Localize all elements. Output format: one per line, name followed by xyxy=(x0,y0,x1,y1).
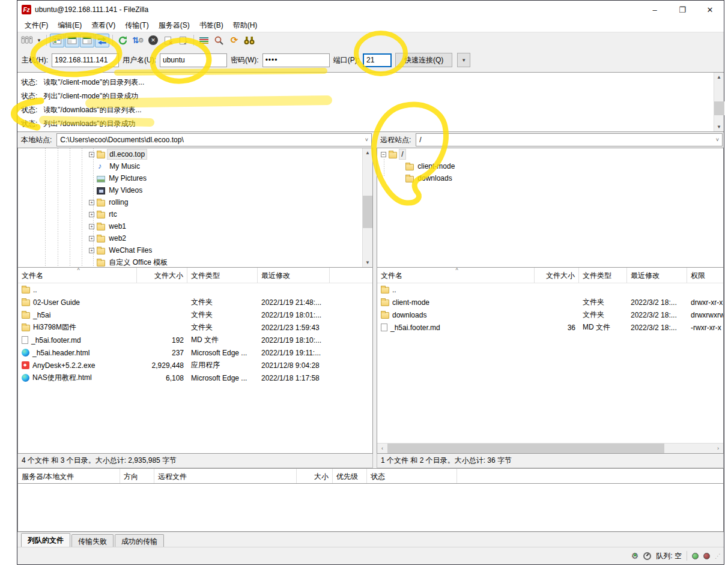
directory-comparison-icon[interactable] xyxy=(212,34,226,47)
remote-tree-item[interactable]: client-mode xyxy=(377,160,723,172)
auto-transfer-gear-icon[interactable]: ⚙ xyxy=(631,551,639,561)
local-tree-item[interactable]: My Videos xyxy=(18,184,372,196)
toggle-message-log-icon[interactable] xyxy=(50,34,64,47)
scroll-right-icon[interactable]: › xyxy=(713,445,723,451)
column-header-filesize[interactable]: 文件大小 xyxy=(137,268,187,283)
port-input[interactable]: 21 xyxy=(363,53,392,67)
local-tree-item[interactable]: + web2 xyxy=(18,232,372,244)
file-size: 237 xyxy=(137,349,187,357)
maximize-button[interactable]: ❐ xyxy=(669,1,696,19)
column-header-filename[interactable]: ^文件名 xyxy=(377,268,535,283)
toggle-local-tree-icon[interactable] xyxy=(65,34,79,47)
queue-col-direction[interactable]: 方向 xyxy=(120,469,154,483)
file-row[interactable]: downloads 文件夹 2022/3/2 18:... drwxrwxrwx xyxy=(377,309,723,321)
local-tree-item[interactable]: My Pictures xyxy=(18,172,372,184)
file-row[interactable]: NAS使用教程.html 6,108 Microsoft Edge ... 20… xyxy=(18,372,372,384)
tree-expander-icon[interactable]: + xyxy=(89,236,94,241)
menu-item[interactable]: 传输(T) xyxy=(120,19,153,32)
refresh-icon[interactable] xyxy=(116,34,130,47)
column-header-filetype[interactable]: 文件类型 xyxy=(187,268,258,283)
speed-limit-dial-icon[interactable] xyxy=(643,552,651,560)
find-files-icon[interactable] xyxy=(242,34,256,47)
queue-tab[interactable]: 列队的文件 xyxy=(21,533,70,547)
file-row[interactable]: _h5ai.footer.md 36 MD 文件 2022/3/2 18:...… xyxy=(377,321,723,334)
menu-item[interactable]: 编辑(E) xyxy=(53,19,86,32)
queue-tab[interactable]: 成功的传输 xyxy=(115,534,164,547)
toggle-transfer-queue-icon[interactable] xyxy=(95,34,109,47)
filter-icon[interactable] xyxy=(197,34,211,47)
tree-expander-icon[interactable]: + xyxy=(89,152,94,157)
file-row[interactable]: _h5ai 文件夹 2022/1/19 18:01:... xyxy=(18,309,372,321)
menu-item[interactable]: 书签(B) xyxy=(195,19,228,32)
queue-col-remote-file[interactable]: 远程文件 xyxy=(154,469,297,483)
menu-item[interactable]: 查看(V) xyxy=(86,19,120,32)
site-manager-icon[interactable] xyxy=(20,34,34,47)
scroll-down-icon[interactable]: ▼ xyxy=(363,258,373,267)
remote-tree-item[interactable]: downloads xyxy=(377,172,723,184)
scroll-left-icon[interactable]: ‹ xyxy=(377,445,387,451)
resize-grip[interactable]: ⋰ xyxy=(715,553,720,559)
local-tree-item[interactable]: 自定义 Office 模板 xyxy=(18,256,372,268)
toggle-remote-tree-icon[interactable] xyxy=(80,34,94,47)
column-header-permissions[interactable]: 权限 xyxy=(687,268,723,283)
column-header-modified[interactable]: 最近修改 xyxy=(258,268,330,283)
log-message: 列出"/client-mode"的目录成功 xyxy=(43,91,138,101)
cancel-icon[interactable]: ✕ xyxy=(146,34,160,47)
queue-tab[interactable]: 传输失败 xyxy=(71,534,114,547)
file-row[interactable]: .. xyxy=(18,283,372,296)
file-row[interactable]: .. xyxy=(377,283,723,296)
queue-col-priority[interactable]: 优先级 xyxy=(333,469,367,483)
synchronized-browsing-icon[interactable]: ⟳ xyxy=(227,34,241,47)
chevron-down-icon[interactable]: ˅ xyxy=(712,137,719,143)
log-scrollbar[interactable]: ▲ ▼ xyxy=(714,73,724,131)
reconnect-icon[interactable]: ✓ xyxy=(176,34,190,47)
site-manager-dropdown-icon[interactable]: ▼ xyxy=(35,38,43,43)
tree-item-icon xyxy=(97,163,106,170)
menu-item[interactable]: 服务器(S) xyxy=(154,19,195,32)
file-row[interactable]: AnyDesk+5.2.2.exe 2,929,448 应用程序 2021/12… xyxy=(18,359,372,372)
scroll-up-icon[interactable]: ▲ xyxy=(714,73,724,82)
local-tree-item[interactable]: + web1 xyxy=(18,220,372,232)
minimize-button[interactable]: – xyxy=(641,1,669,19)
column-header-modified[interactable]: 最近修改 xyxy=(627,268,687,283)
remote-site-combo[interactable]: / ˅ xyxy=(416,133,723,146)
local-tree-item[interactable]: + dl.ecoo.top xyxy=(18,148,372,160)
column-header-filesize[interactable]: 文件大小 xyxy=(535,268,579,283)
file-row[interactable]: client-mode 文件夹 2022/3/2 18:... drwxr-xr… xyxy=(377,296,723,309)
local-tree-item[interactable]: My Music xyxy=(18,160,372,172)
username-input[interactable]: ubuntu xyxy=(160,53,227,67)
scroll-up-icon[interactable]: ▲ xyxy=(363,148,373,157)
disconnect-icon[interactable]: ✕ xyxy=(161,34,175,47)
local-tree-item[interactable]: + rolling xyxy=(18,196,372,208)
tree-expander-icon[interactable]: + xyxy=(89,200,94,205)
tree-expander-icon[interactable]: − xyxy=(381,152,386,157)
file-row[interactable]: _h5ai.footer.md 192 MD 文件 2022/1/19 18:1… xyxy=(18,334,372,346)
tree-expander-icon[interactable]: + xyxy=(89,212,94,217)
scroll-down-icon[interactable]: ▼ xyxy=(714,122,724,131)
queue-col-status[interactable]: 状态 xyxy=(367,469,457,483)
chevron-down-icon[interactable]: ˅ xyxy=(362,137,368,143)
local-site-combo[interactable]: C:\Users\ecoo\Documents\dl.ecoo.top\ ˅ xyxy=(56,133,372,146)
column-header-filetype[interactable]: 文件类型 xyxy=(579,268,627,283)
file-row[interactable]: Hi3798M固件 文件夹 2022/1/23 1:59:43 xyxy=(18,321,372,334)
column-header-filename[interactable]: ^文件名 xyxy=(18,268,137,283)
queue-col-size[interactable]: 大小 xyxy=(297,469,333,483)
file-row[interactable]: _h5ai.header.html 237 Microsoft Edge ...… xyxy=(18,346,372,359)
local-tree-item[interactable]: + rtc xyxy=(18,208,372,220)
remote-list-hscrollbar[interactable]: ‹ › xyxy=(377,443,723,453)
local-tree-item[interactable]: + WeChat Files xyxy=(18,244,372,256)
tree-expander-icon[interactable]: + xyxy=(89,248,94,253)
menu-item[interactable]: 帮助(H) xyxy=(228,19,262,32)
process-queue-icon[interactable]: ⇅⚙ xyxy=(131,34,145,47)
tree-expander-icon[interactable]: + xyxy=(89,224,94,229)
host-input[interactable]: 192.168.111.141 xyxy=(52,53,119,67)
queue-col-server-local[interactable]: 服务器/本地文件 xyxy=(18,469,120,483)
remote-tree-item[interactable]: − / xyxy=(377,148,723,160)
close-button[interactable]: ✕ xyxy=(696,1,724,19)
local-tree-scrollbar[interactable]: ▲ ▼ xyxy=(362,148,372,267)
quickconnect-dropdown-icon[interactable]: ▼ xyxy=(457,53,470,67)
quickconnect-button[interactable]: 快速连接(Q) xyxy=(395,53,452,67)
password-input[interactable]: •••• xyxy=(262,53,330,67)
file-row[interactable]: 02-User Guide 文件夹 2022/1/19 21:48:... xyxy=(18,296,372,309)
menu-item[interactable]: 文件(F) xyxy=(20,19,53,32)
